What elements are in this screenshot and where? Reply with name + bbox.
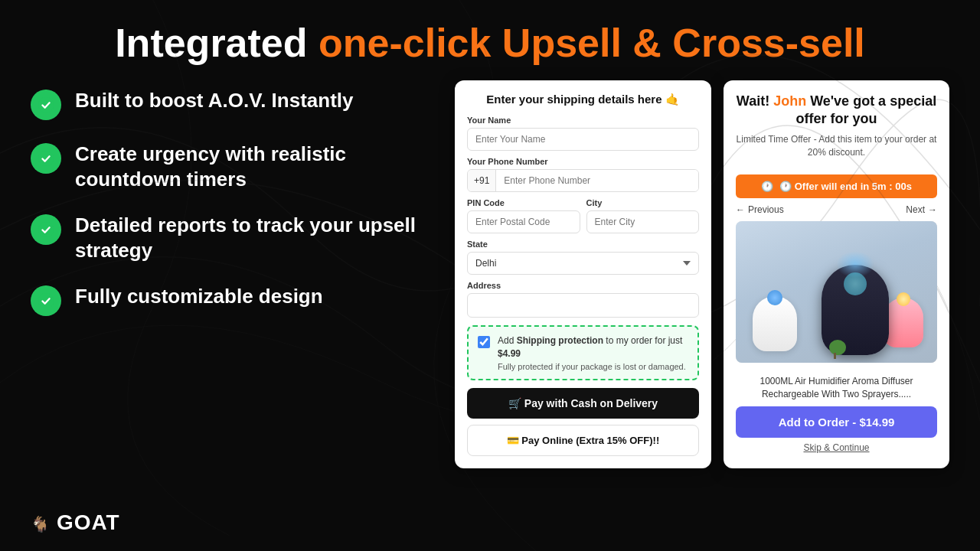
svg-point-3 — [38, 293, 54, 308]
pincode-label: PIN Code — [467, 198, 580, 207]
timer-bar: 🕐 🕐 Offer will end in 5m : 00s — [736, 174, 937, 198]
upsell-panel: Wait! John We've got a special offer for… — [724, 80, 949, 468]
city-input[interactable] — [586, 210, 700, 233]
phone-label: Your Phone Number — [467, 157, 699, 166]
product-image — [736, 221, 937, 363]
address-input[interactable] — [467, 293, 699, 318]
address-label: Address — [467, 281, 699, 290]
feature-item-4: Fully customizable design — [31, 284, 439, 316]
phone-input[interactable] — [496, 170, 698, 191]
next-label: Next — [906, 204, 925, 215]
timer-icon: 🕐 — [761, 181, 773, 192]
state-select[interactable]: Delhi — [467, 252, 699, 275]
cod-button[interactable]: 🛒 Pay with Cash on Delivery — [467, 388, 699, 419]
protection-text: Add Shipping protection to my order for … — [498, 334, 688, 360]
name-input[interactable] — [467, 128, 699, 151]
page-title: Integrated one-click Upsell & Cross-sell — [0, 0, 980, 80]
timer-label: 🕐 Offer will end in 5m : 00s — [779, 181, 912, 192]
svg-point-1 — [38, 151, 54, 166]
shipping-panel: Enter your shipping details here 🤙 Your … — [455, 80, 711, 468]
phone-row: +91 — [467, 169, 699, 192]
skip-link[interactable]: Skip & Continue — [724, 442, 949, 462]
nav-row: ← Previous Next → — [724, 204, 949, 221]
features-list: Built to boost A.O.V. Instantly Create u… — [31, 80, 439, 337]
online-payment-button[interactable]: 💳 Pay Online (Extra 15% OFF)!! — [467, 425, 699, 456]
upsell-title: Wait! John We've got a special offer for… — [736, 93, 937, 127]
product-name: 1000ML Air Humidifier Aroma Diffuser Rec… — [724, 369, 949, 407]
title-part2-orange: one-click Upsell & Cross-sell — [318, 21, 865, 65]
add-order-button[interactable]: Add to Order - $14.99 — [736, 406, 937, 438]
title-part1: Integrated — [115, 21, 318, 65]
protection-checkbox[interactable] — [478, 336, 490, 348]
name-label: Your Name — [467, 116, 699, 125]
pincode-input[interactable] — [467, 210, 580, 233]
upsell-header: Wait! John We've got a special offer for… — [724, 80, 949, 174]
state-label: State — [467, 240, 699, 249]
check-icon-3 — [31, 214, 61, 245]
goat-logo: 🐐 GOAT — [31, 507, 120, 536]
protection-box: Add Shipping protection to my order for … — [467, 325, 699, 380]
feature-text-1: Built to boost A.O.V. Instantly — [75, 88, 354, 113]
next-button[interactable]: Next → — [906, 204, 937, 215]
protection-sub-text: Fully protected if your package is lost … — [498, 362, 688, 371]
prev-arrow-icon: ← — [736, 204, 745, 215]
next-arrow-icon: → — [928, 204, 937, 215]
check-icon-2 — [31, 143, 61, 174]
phone-prefix: +91 — [468, 170, 496, 191]
feature-item-2: Create urgency with realistic countdown … — [31, 142, 439, 191]
prev-button[interactable]: ← Previous — [736, 204, 784, 215]
feature-item-1: Built to boost A.O.V. Instantly — [31, 88, 439, 120]
shipping-panel-title: Enter your shipping details here 🤙 — [467, 93, 699, 106]
city-label: City — [586, 198, 700, 207]
upsell-desc: Limited Time Offer - Add this item to yo… — [736, 133, 937, 159]
prev-label: Previous — [748, 204, 784, 215]
feature-text-2: Create urgency with realistic countdown … — [75, 142, 439, 191]
svg-point-0 — [38, 97, 54, 112]
panels-area: Enter your shipping details here 🤙 Your … — [455, 80, 949, 468]
check-icon-1 — [31, 90, 61, 120]
logo-text: GOAT — [57, 510, 120, 534]
feature-text-4: Fully customizable design — [75, 284, 323, 309]
svg-point-2 — [38, 222, 54, 237]
logo-icon: 🐐 — [31, 516, 49, 533]
pincode-city-row: PIN Code City — [467, 198, 699, 233]
feature-item-3: Detailed reports to track your upsell st… — [31, 213, 439, 262]
feature-text-3: Detailed reports to track your upsell st… — [75, 213, 439, 262]
check-icon-4 — [31, 285, 61, 316]
